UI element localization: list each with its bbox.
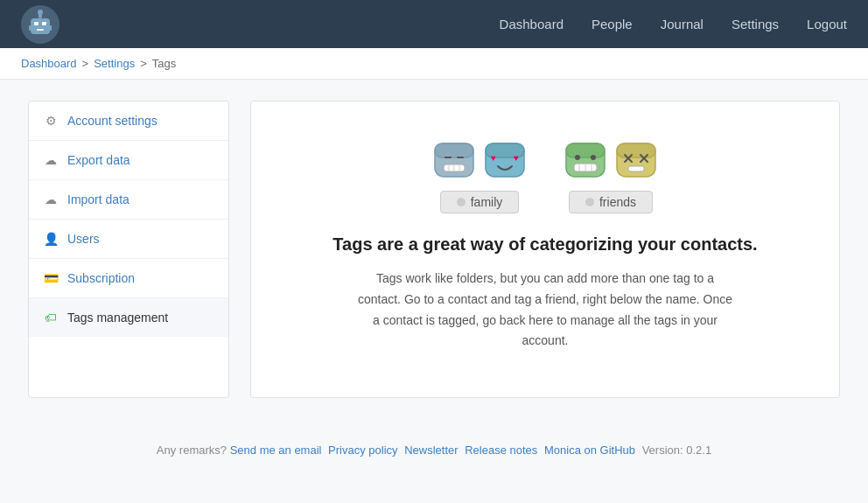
nav-journal[interactable]: Journal (661, 17, 704, 31)
footer-release-notes-link[interactable]: Release notes (465, 444, 537, 457)
navbar: Dashboard People Journal Settings Logout (0, 0, 868, 48)
svg-rect-2 (42, 22, 46, 25)
content-description: Tags work like folders, but you can add … (357, 269, 733, 352)
sidebar-subscription[interactable]: 💳 Subscription (29, 259, 228, 298)
svg-rect-7 (50, 25, 52, 31)
sidebar-users[interactable]: 👤 Users (29, 220, 228, 259)
nav-settings[interactable]: Settings (732, 17, 779, 31)
svg-rect-9 (435, 143, 473, 157)
family-avatars: ♥ ♥ (431, 136, 528, 182)
svg-rect-34 (628, 166, 644, 171)
svg-rect-1 (34, 22, 38, 25)
svg-text:♥: ♥ (514, 153, 519, 163)
svg-point-22 (575, 155, 580, 160)
footer-privacy-link[interactable]: Privacy policy (328, 444, 397, 457)
logo-avatar (21, 5, 60, 44)
sidebar-export-data[interactable]: ☁ Export data (29, 141, 228, 180)
footer-remarks: Any remarks? (157, 444, 227, 457)
sidebar-tags-management[interactable]: 🏷 Tags management (29, 298, 228, 337)
footer: Any remarks? Send me an email Privacy po… (0, 419, 868, 481)
user-icon: 👤 (43, 232, 59, 246)
avatar-face-2: ♥ ♥ (482, 136, 528, 182)
family-tag-label: family (440, 191, 520, 213)
avatar-face-4 (613, 136, 659, 182)
svg-rect-6 (29, 25, 31, 31)
friends-tag-group: friends (563, 136, 659, 213)
footer-newsletter-link[interactable]: Newsletter (404, 444, 458, 457)
main-container: ⚙ Account settings ☁ Export data ☁ Impor… (14, 101, 854, 398)
svg-text:♥: ♥ (491, 153, 496, 163)
credit-card-icon: 💳 (43, 271, 59, 285)
sidebar-import-data[interactable]: ☁ Import data (29, 180, 228, 220)
breadcrumb-settings[interactable]: Settings (94, 57, 135, 70)
nav-dashboard[interactable]: Dashboard (500, 17, 564, 31)
nav-links: Dashboard People Journal Settings Logout (500, 17, 847, 31)
avatar-face-1 (431, 136, 477, 182)
svg-point-23 (591, 155, 596, 160)
nav-logout[interactable]: Logout (807, 17, 847, 31)
tag-icon: 🏷 (43, 311, 59, 325)
logo[interactable] (21, 5, 60, 44)
sidebar-account-settings[interactable]: ⚙ Account settings (29, 101, 228, 141)
content-area: ♥ ♥ family (250, 101, 840, 398)
cloud-upload-icon: ☁ (43, 153, 59, 167)
breadcrumb-bar: Dashboard > Settings > Tags (0, 48, 868, 80)
footer-version: Version: 0.2.1 (642, 444, 712, 457)
breadcrumb: Dashboard > Settings > Tags (21, 57, 847, 70)
friends-tag-label: friends (569, 191, 653, 213)
footer-email-link[interactable]: Send me an email (230, 444, 322, 457)
cloud-download-icon: ☁ (43, 192, 59, 206)
svg-rect-21 (566, 143, 605, 157)
svg-rect-0 (31, 18, 50, 34)
svg-rect-3 (37, 29, 44, 31)
family-tag-group: ♥ ♥ family (431, 136, 528, 213)
content-title: Tags are a great way of categorizing you… (332, 234, 757, 255)
sidebar: ⚙ Account settings ☁ Export data ☁ Impor… (28, 101, 229, 398)
footer-github-link[interactable]: Monica on GitHub (544, 444, 635, 457)
nav-people[interactable]: People (592, 17, 633, 31)
breadcrumb-dashboard[interactable]: Dashboard (21, 57, 77, 70)
tag-illustrations: ♥ ♥ family (431, 136, 659, 213)
svg-rect-29 (617, 143, 655, 157)
friends-avatars (563, 136, 659, 182)
breadcrumb-current: Tags (152, 57, 176, 70)
gear-icon: ⚙ (43, 114, 59, 128)
avatar-face-3 (563, 136, 608, 182)
svg-point-5 (38, 10, 43, 15)
